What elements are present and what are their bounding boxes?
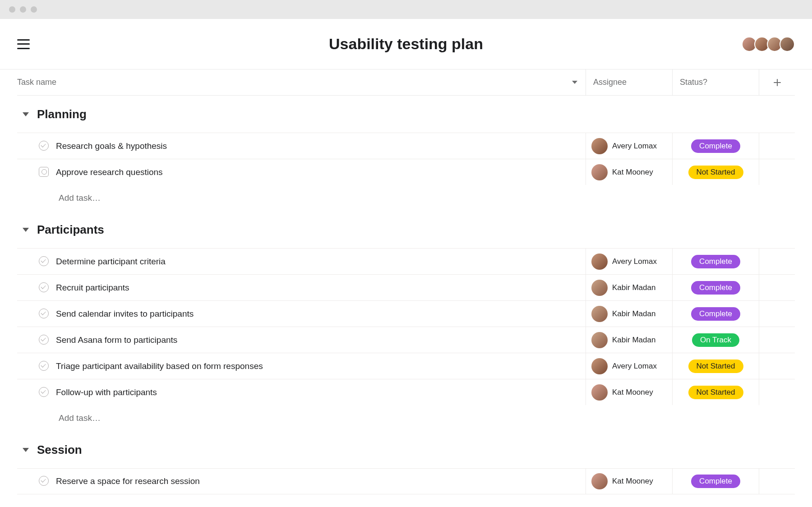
task-row[interactable]: Recruit participantsKabir MadanComplete [17,274,795,300]
section-header: Session [17,431,795,468]
check-circle-icon[interactable] [39,387,50,398]
task-main[interactable]: Recruit participants [17,282,586,293]
task-assignee[interactable]: Avery Lomax [586,353,672,379]
section-title[interactable]: Session [37,443,82,457]
task-assignee[interactable]: Kabir Madan [586,327,672,353]
task-title: Send calendar invites to participants [56,309,194,319]
task-status[interactable]: Complete [672,249,759,274]
task-assignee[interactable]: Avery Lomax [586,249,672,274]
window-controls[interactable] [9,6,37,13]
task-row[interactable]: Send Asana form to participantsKabir Mad… [17,327,795,353]
page-title: Usability testing plan [329,35,483,53]
task-row[interactable]: Follow-up with participantsKat MooneyNot… [17,379,795,405]
row-spacer [759,353,795,379]
task-row[interactable]: Triage participant availability based on… [17,353,795,379]
menu-toggle-button[interactable] [17,39,30,49]
task-row[interactable]: Send calendar invites to participantsKab… [17,300,795,327]
column-header-status[interactable]: Status? [680,78,707,87]
task-row[interactable]: Determine participant criteriaAvery Loma… [17,248,795,274]
window-minimize-icon[interactable] [20,6,26,13]
task-title: Research goals & hypothesis [56,141,167,151]
row-spacer [759,159,795,185]
section-title[interactable]: Planning [37,107,87,121]
task-assignee[interactable]: Kat Mooney [586,469,672,494]
task-main[interactable]: Reserve a space for research session [17,476,586,487]
task-title: Triage participant availability based on… [56,361,263,371]
task-row[interactable]: Reserve a space for research sessionKat … [17,468,795,494]
add-task-row[interactable]: Add task… [17,185,795,211]
task-main[interactable]: Follow-up with participants [17,387,586,398]
avatar [591,332,608,348]
avatar [591,280,608,296]
window-close-icon[interactable] [9,6,15,13]
task-status[interactable]: Not Started [672,159,759,185]
section-title[interactable]: Participants [37,223,104,237]
chevron-down-icon[interactable] [572,81,577,84]
task-status[interactable]: Complete [672,275,759,300]
add-column-button[interactable] [759,69,795,95]
check-circle-icon[interactable] [39,361,50,372]
task-assignee[interactable]: Kabir Madan [586,301,672,327]
window-zoom-icon[interactable] [31,6,37,13]
task-status[interactable]: Not Started [672,379,759,405]
status-badge: Complete [691,475,740,488]
task-row[interactable]: Approve research questionsKat MooneyNot … [17,159,795,185]
task-status[interactable]: Complete [672,469,759,494]
task-status[interactable]: Not Started [672,353,759,379]
task-status[interactable]: Complete [672,133,759,159]
section-toggle-icon[interactable] [23,112,29,116]
task-main[interactable]: Triage participant availability based on… [17,361,586,372]
task-assignee[interactable]: Kat Mooney [586,379,672,405]
task-title: Approve research questions [56,167,163,177]
assignee-name: Kabir Madan [612,336,655,345]
add-task-row[interactable]: Add task… [17,405,795,431]
row-spacer [759,301,795,327]
assignee-name: Avery Lomax [612,362,657,371]
section-toggle-icon[interactable] [23,228,29,232]
assignee-name: Avery Lomax [612,257,657,266]
task-row[interactable]: Research goals & hypothesisAvery LomaxCo… [17,133,795,159]
approval-icon[interactable] [39,167,50,178]
task-main[interactable]: Determine participant criteria [17,256,586,267]
task-main[interactable]: Send calendar invites to participants [17,309,586,319]
status-badge: Not Started [688,166,743,179]
status-badge: Complete [691,281,740,295]
row-spacer [759,327,795,353]
page-header: Usability testing plan [0,19,812,69]
avatar [591,164,608,180]
column-header-name[interactable]: Task name [17,78,56,87]
status-badge: On Track [692,333,739,347]
task-assignee[interactable]: Avery Lomax [586,133,672,159]
status-badge: Complete [691,255,740,268]
check-circle-icon[interactable] [39,335,50,346]
task-main[interactable]: Approve research questions [17,167,586,178]
task-title: Send Asana form to participants [56,335,177,345]
task-main[interactable]: Research goals & hypothesis [17,141,586,152]
check-circle-icon[interactable] [39,309,50,319]
task-assignee[interactable]: Kat Mooney [586,159,672,185]
task-status[interactable]: On Track [672,327,759,353]
assignee-name: Kabir Madan [612,309,655,318]
section-toggle-icon[interactable] [23,448,29,452]
check-circle-icon[interactable] [39,282,50,293]
member-avatars[interactable] [744,37,795,52]
check-circle-icon[interactable] [39,141,50,152]
row-spacer [759,469,795,494]
column-header-assignee[interactable]: Assignee [593,78,627,87]
table-header-row: Task name Assignee Status? [17,69,795,96]
section-header: Planning [17,96,795,133]
check-circle-icon[interactable] [39,256,50,267]
window-titlebar [0,0,812,19]
task-main[interactable]: Send Asana form to participants [17,335,586,346]
status-badge: Complete [691,307,740,321]
task-assignee[interactable]: Kabir Madan [586,275,672,300]
task-status[interactable]: Complete [672,301,759,327]
check-circle-icon[interactable] [39,476,50,487]
assignee-name: Kat Mooney [612,477,653,486]
row-spacer [759,249,795,274]
avatar[interactable] [780,37,795,52]
avatar [591,358,608,374]
assignee-name: Kabir Madan [612,283,655,292]
task-table: Task name Assignee Status? PlanningResea… [0,69,812,494]
avatar [591,473,608,489]
